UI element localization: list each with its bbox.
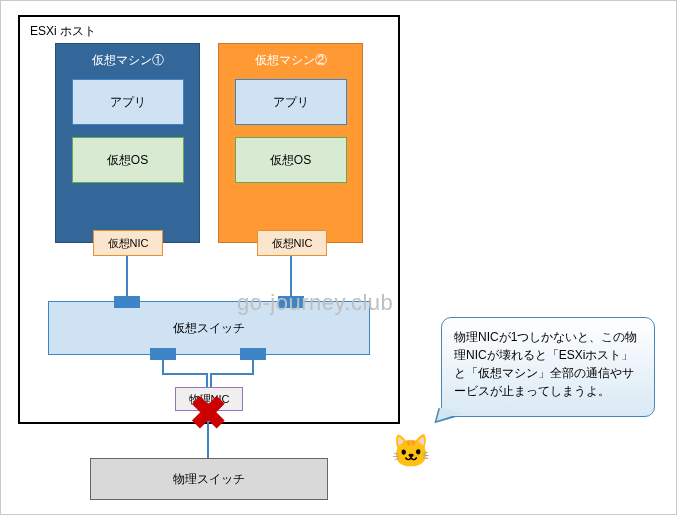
vm2-os: 仮想OS [235, 137, 347, 183]
vm2-title: 仮想マシン② [255, 52, 327, 69]
vm1-title: 仮想マシン① [92, 52, 164, 69]
vm1-app: アプリ [72, 79, 184, 125]
vswitch-port-bottom-2 [240, 348, 266, 360]
vswitch-port-top-1 [114, 296, 140, 308]
wire-vnic1-to-vswitch [126, 256, 128, 301]
wire-vswitch-to-pnic-2a [252, 360, 254, 374]
watermark-text: go-journey.club [237, 290, 393, 316]
vm2-box: 仮想マシン② アプリ 仮想OS [218, 43, 363, 243]
esxi-host-label: ESXi ホスト [30, 23, 96, 40]
speech-bubble: 物理NICが1つしかないと、この物理NICが壊れると「ESXiホスト」と「仮想マ… [441, 317, 655, 417]
wire-vswitch-to-pnic-1b [162, 373, 208, 375]
wire-vswitch-to-pnic-1c [206, 373, 208, 387]
wire-vswitch-to-pnic-2b [210, 373, 254, 375]
vm1-box: 仮想マシン① アプリ 仮想OS [55, 43, 200, 243]
vm1-os: 仮想OS [72, 137, 184, 183]
wire-vswitch-to-pnic-1a [162, 360, 164, 374]
speech-bubble-text: 物理NICが1つしかないと、この物理NICが壊れると「ESXiホスト」と「仮想マ… [454, 330, 637, 398]
wire-vswitch-to-pnic-2c [210, 373, 212, 387]
vm2-app: アプリ [235, 79, 347, 125]
vm2-virtual-nic: 仮想NIC [257, 230, 327, 256]
vswitch-port-bottom-1 [150, 348, 176, 360]
physical-switch: 物理スイッチ [90, 458, 328, 500]
cat-icon: 🐱 [391, 432, 431, 472]
failure-x-icon: ✖ [183, 390, 233, 440]
vm1-virtual-nic: 仮想NIC [93, 230, 163, 256]
